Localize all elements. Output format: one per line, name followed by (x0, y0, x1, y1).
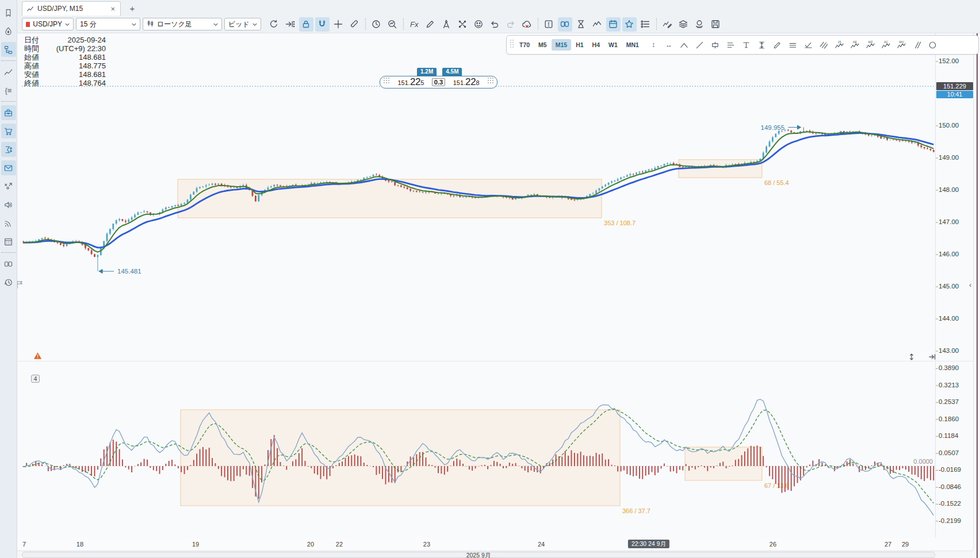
eraser-icon[interactable] (347, 17, 362, 32)
tf-button-h4[interactable]: H4 (588, 39, 604, 51)
mail-icon[interactable] (1, 160, 16, 175)
briefcase-icon[interactable] (1, 105, 16, 120)
speaker-icon[interactable] (1, 197, 16, 212)
tf-button-t70[interactable]: T70 (515, 39, 534, 51)
cloud-error-icon[interactable] (520, 17, 534, 32)
sidebar-divider (1, 252, 16, 253)
calendar-grid-icon[interactable] (1, 234, 16, 249)
buy-volume-badge[interactable]: 4.5M (442, 68, 462, 76)
buy-price[interactable]: 151.228 (447, 76, 485, 88)
bookmark-icon[interactable] (1, 5, 16, 20)
wave-ac-icon[interactable]: AC (879, 38, 894, 52)
sell-price[interactable]: 151.225 (392, 76, 430, 88)
chart-edit-icon[interactable] (660, 17, 675, 32)
node-tool-icon[interactable] (455, 17, 470, 32)
scale-toggle-icon[interactable] (908, 353, 916, 363)
wave-wz-icon[interactable]: WZ (863, 38, 878, 52)
warning-icon[interactable] (33, 352, 42, 362)
add-tab-button[interactable]: + (127, 2, 138, 14)
tf-button-h1[interactable]: H1 (572, 39, 587, 51)
chart-type-select[interactable]: ローソク足 (143, 18, 222, 30)
price-flag-icon[interactable] (17, 280, 24, 291)
xo-chart-icon[interactable] (1, 179, 16, 194)
history-icon[interactable] (1, 275, 16, 290)
emoji-icon[interactable] (472, 17, 486, 32)
close-icon[interactable]: × (109, 5, 116, 13)
chart-canvas[interactable]: 353 / 108.768 / 55.4366 / 37.767 / 13.61… (17, 33, 980, 558)
redo-icon[interactable] (504, 17, 518, 32)
sigma-icon[interactable] (1, 142, 16, 157)
pencil-tool-icon[interactable] (770, 38, 785, 52)
layers-icon[interactable] (676, 17, 691, 32)
rss-icon[interactable] (1, 215, 16, 230)
double-slash-icon[interactable] (910, 38, 925, 52)
alert-box-icon[interactable] (542, 17, 556, 32)
star-icon[interactable] (622, 17, 637, 32)
trend-icon[interactable] (1, 64, 16, 79)
hatch-lines-icon[interactable] (817, 38, 832, 52)
clock-icon[interactable] (369, 17, 384, 32)
date-scrollbar[interactable]: 2025 9月 (17, 551, 973, 558)
price-mode-select[interactable]: ビッド (224, 18, 261, 30)
compass-icon[interactable] (439, 17, 454, 32)
tf-button-w1[interactable]: W1 (604, 39, 622, 51)
tf-button-m5[interactable]: M5 (534, 39, 551, 51)
drag-handle-icon[interactable] (509, 39, 515, 51)
pencil-icon[interactable] (423, 17, 438, 32)
legend-label: 時間 (24, 44, 39, 53)
timeframe-select[interactable]: 15 分 (76, 18, 140, 30)
chart-tab[interactable]: USD/JPY, M15 × (22, 1, 121, 16)
gas-icon[interactable] (1, 24, 16, 39)
magnet-icon[interactable] (315, 17, 330, 32)
symbol-select[interactable]: USD/JPY (22, 18, 74, 30)
drag-handle-icon[interactable] (383, 77, 390, 87)
trendline-tool-icon[interactable] (692, 38, 707, 52)
goto-end-icon[interactable] (283, 17, 297, 32)
objects-count-badge[interactable]: 4 (31, 375, 40, 383)
horizontal-scale-icon[interactable]: ↔ (661, 38, 676, 52)
one-click-trade-panel[interactable]: 151.225 0.3 151.228 (380, 76, 497, 88)
drag-handle-icon[interactable] (487, 77, 494, 87)
supply-demand-zone[interactable] (178, 179, 602, 218)
book-icon[interactable] (1, 256, 16, 271)
zigzag-icon[interactable] (590, 17, 604, 32)
symbol-tree-icon[interactable] (1, 42, 16, 57)
sell-volume-badge[interactable]: 1.2M (417, 68, 437, 76)
crosshair-icon[interactable] (331, 17, 346, 32)
check-level-icon[interactable] (801, 38, 816, 52)
zoom-chart-icon[interactable] (385, 17, 400, 32)
code-list-icon[interactable]: {≡ (1, 83, 16, 98)
save-icon[interactable] (709, 17, 723, 32)
fx-icon[interactable]: Fx (407, 17, 422, 32)
tf-button-m15[interactable]: M15 (552, 39, 571, 51)
parallel-lines-icon[interactable] (786, 38, 801, 52)
time-tick: 24 (538, 541, 545, 548)
text-tool-icon[interactable] (739, 38, 754, 52)
angle-tool-icon[interactable] (677, 38, 692, 52)
dom-icon[interactable] (558, 17, 572, 32)
lock-icon[interactable] (299, 17, 313, 32)
time-axis[interactable]: 718192022232426272922:30 24 9月 (17, 538, 973, 551)
hourglass-icon[interactable] (574, 17, 588, 32)
goto-latest-icon[interactable] (928, 353, 936, 363)
hand-sphere-icon[interactable] (692, 17, 707, 32)
calendar-icon[interactable] (606, 17, 621, 32)
panel-edge[interactable] (977, 33, 978, 558)
align-lines-icon[interactable] (723, 38, 738, 52)
rectangle-tool-icon[interactable] (708, 38, 723, 52)
wave-ae-icon[interactable]: AE (848, 38, 863, 52)
date-range-thumb[interactable]: 2025 9月 (22, 552, 935, 558)
tf-button-mn1[interactable]: MN1 (622, 39, 643, 51)
undo-icon[interactable] (488, 17, 502, 32)
chart-workspace[interactable]: 353 / 108.768 / 55.4366 / 37.767 / 13.61… (17, 33, 980, 558)
vertical-range-icon[interactable] (755, 38, 770, 52)
vertical-scale-icon[interactable]: ↕ (646, 38, 661, 52)
wave-wv-icon[interactable]: WV (894, 38, 909, 52)
cart-icon[interactable] (1, 124, 16, 138)
object-list-icon[interactable] (638, 17, 653, 32)
wave-15-icon[interactable]: 15 (832, 38, 847, 52)
refresh-icon[interactable] (267, 17, 281, 32)
indicator-zone[interactable] (181, 410, 620, 506)
panel-splitter[interactable] (17, 361, 973, 361)
circle-tool-icon[interactable] (925, 38, 940, 52)
